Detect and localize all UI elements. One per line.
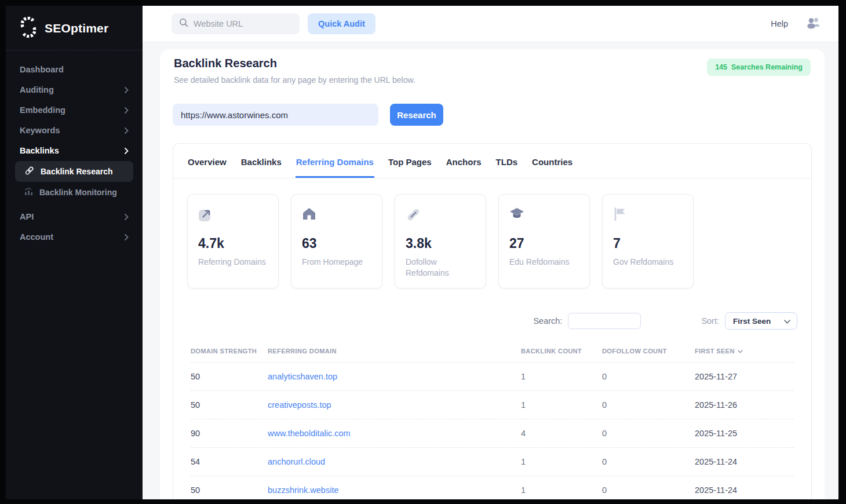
sidebar-item-backlink-monitoring[interactable]: Backlink Monitoring [15,182,133,202]
col-dofollow-count: DOFOLLOW COUNT [602,348,695,355]
chevron-right-icon [125,214,129,220]
backlink-url-input[interactable] [173,104,378,126]
stat-label: Edu Refdomains [509,257,579,268]
sidebar-item-backlink-research[interactable]: Backlink Research [15,161,133,182]
table-controls: Search: Sort: First Seen [187,312,797,330]
table-header-row: DOMAIN STRENGTH REFERRING DOMAIN BACKLIN… [191,342,794,362]
research-button[interactable]: Research [390,104,443,126]
chevron-right-icon [125,127,129,134]
table-row: 50 creativeposts.top 1 0 2025-11-26 [191,390,794,419]
backlink-count-cell: 1 [521,400,602,410]
content-area: Backlink Research See detailed backlink … [143,42,838,499]
domain-strength-cell: 50 [191,400,268,410]
referring-domain-link[interactable]: analyticshaven.top [268,372,521,381]
tab-anchors[interactable]: Anchors [446,144,482,178]
graduation-cap-icon [509,207,579,223]
first-seen-cell: 2025-11-26 [695,400,794,410]
tab-referring-domains[interactable]: Referring Domains [296,144,374,178]
stat-value: 4.7k [198,236,268,251]
referring-domain-link[interactable]: anchorurl.cloud [268,457,521,466]
quick-audit-button[interactable]: Quick Audit [308,13,375,34]
sidebar-item-account[interactable]: Account [14,227,134,247]
domain-strength-cell: 54 [191,457,268,466]
first-seen-cell: 2025-11-25 [695,429,794,438]
sort-dropdown[interactable]: First Seen [725,312,797,330]
table-search-label: Search: [533,316,562,326]
tab-top-pages[interactable]: Top Pages [388,144,432,178]
sidebar-item-api[interactable]: API [14,207,134,227]
table-row: 54 anchorurl.cloud 1 0 2025-11-24 [191,447,794,476]
col-backlink-count: BACKLINK COUNT [521,348,602,355]
domain-strength-cell: 50 [191,372,268,381]
website-url-input[interactable] [194,19,292,28]
page-card: Backlink Research See detailed backlink … [160,49,825,499]
dofollow-count-cell: 0 [602,400,695,410]
first-seen-cell: 2025-11-27 [695,372,794,381]
dofollow-count-cell: 0 [602,429,695,438]
url-research-row: Research [173,104,812,126]
main-area: Quick Audit Help Backlink Research See d… [143,6,838,499]
help-link[interactable]: Help [771,19,788,28]
sidebar-item-keywords[interactable]: Keywords [14,120,134,140]
table-search-input[interactable] [568,313,641,329]
stat-label: Referring Domains [198,257,268,268]
stat-value: 27 [509,236,579,251]
tab-bar: Overview Backlinks Referring Domains Top… [173,144,811,178]
seoptimer-gear-logo-icon [18,17,39,40]
chevron-right-icon [125,148,129,154]
backlink-count-cell: 1 [521,372,602,381]
tab-backlinks[interactable]: Backlinks [240,144,282,178]
table-row: 90 www.thebolditalic.com 4 0 2025-11-25 [191,419,794,447]
topbar: Quick Audit Help [143,6,838,42]
dofollow-count-cell: 0 [602,372,695,381]
dofollow-count-cell: 0 [602,457,695,466]
searches-remaining-badge: 145 Searches Remaining [707,59,811,76]
stat-card-from-homepage: 63 From Homepage [291,194,382,288]
stat-card-dofollow-refdomains: 3.8k Dofollow Refdomains [395,194,486,288]
referring-domains-table: DOMAIN STRENGTH REFERRING DOMAIN BACKLIN… [187,342,797,499]
tab-overview[interactable]: Overview [187,144,227,178]
stat-label: Gov Refdomains [613,257,683,268]
backlink-count-cell: 4 [521,429,602,438]
col-domain-strength: DOMAIN STRENGTH [191,348,268,355]
app-window: SEOptimer Dashboard Auditing Embedding K… [6,6,838,499]
dofollow-count-cell: 0 [602,485,695,495]
search-icon [179,18,188,30]
stat-label: Dofollow Refdomains [406,257,475,279]
domain-strength-cell: 50 [191,485,268,495]
page-subtitle: See detailed backlink data for any page … [174,75,415,85]
sidebar-item-auditing[interactable]: Auditing [14,80,134,100]
stat-value: 7 [613,236,683,251]
tab-tlds[interactable]: TLDs [495,144,519,178]
sidebar-item-dashboard[interactable]: Dashboard [14,60,134,79]
flag-icon [613,207,683,223]
page-header: Backlink Research See detailed backlink … [173,57,812,85]
col-first-seen[interactable]: FIRST SEEN [695,348,794,355]
chevron-right-icon [125,87,129,93]
referring-domain-link[interactable]: www.thebolditalic.com [268,429,521,438]
sort-label: Sort: [701,316,719,326]
external-link-icon [198,207,268,223]
logo[interactable]: SEOptimer [6,6,143,50]
backlink-count-cell: 1 [521,457,602,466]
tab-countries[interactable]: Countries [531,144,573,178]
referring-domain-link[interactable]: creativeposts.top [268,400,521,410]
sort-chevron-down-icon [738,348,743,355]
stat-card-gov-refdomains: 7 Gov Refdomains [602,194,694,288]
user-avatar-icon[interactable] [805,17,821,31]
link-icon [24,166,34,177]
sidebar-item-embedding[interactable]: Embedding [14,100,134,120]
stat-value: 63 [302,236,371,251]
page-title: Backlink Research [174,57,415,70]
stat-card-edu-refdomains: 27 Edu Refdomains [498,194,590,288]
results-card: Overview Backlinks Referring Domains Top… [173,143,812,499]
backlink-count-cell: 1 [521,485,602,495]
link-icon [406,207,475,223]
referring-domain-link[interactable]: buzzshrink.website [268,485,521,495]
stat-card-referring-domains: 4.7k Referring Domains [187,194,279,288]
table-row: 50 analyticshaven.top 1 0 2025-11-27 [191,362,794,390]
sidebar-item-backlinks[interactable]: Backlinks [14,141,134,160]
chevron-right-icon [125,234,129,240]
sidebar: SEOptimer Dashboard Auditing Embedding K… [6,6,143,499]
website-url-search[interactable] [172,13,300,34]
